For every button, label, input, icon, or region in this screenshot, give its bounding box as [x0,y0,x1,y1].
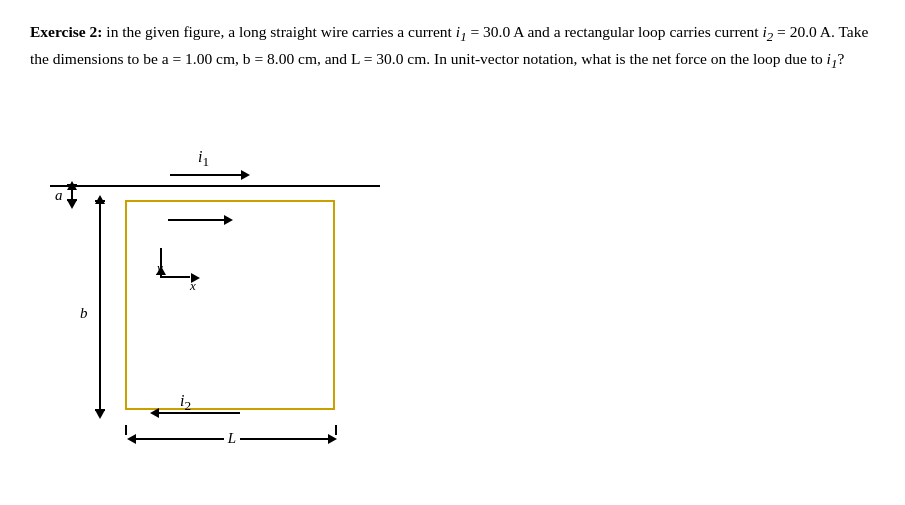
wire-top [50,185,380,187]
problem-text-1: in the given figure, a long straight wir… [102,23,455,40]
b-arrowhead-up [95,195,105,204]
b-line [99,202,101,409]
page: Exercise 2: in the given figure, a long … [0,0,905,505]
b-label: b [80,305,88,322]
i1-inline: i1 [456,23,467,40]
L-label: L [228,430,236,447]
i2-inline: i2 [762,23,773,40]
i1b-inline: i1 [827,50,838,67]
problem-text-4: ? [837,50,844,67]
a-label: a [55,187,63,204]
a-arrowhead-up [67,181,77,190]
b-arrowhead-down [95,410,105,419]
L-arrow: L [127,430,337,447]
loop-top-arrow [168,215,233,225]
a-arrowhead-down [67,200,77,209]
rect-loop [125,200,335,410]
i1-arrow [170,170,250,180]
exercise-label: Exercise 2: [30,23,102,40]
diagram: i1 a [50,130,380,460]
i1-arrowhead [241,170,250,180]
problem-text: Exercise 2: in the given figure, a long … [30,20,875,74]
i1-arrow-line [170,174,241,176]
problem-text-2: = 30.0 A and a rectangular loop carries … [467,23,763,40]
i1-diagram-label: i1 [198,148,209,170]
i2-arrow [150,408,240,418]
